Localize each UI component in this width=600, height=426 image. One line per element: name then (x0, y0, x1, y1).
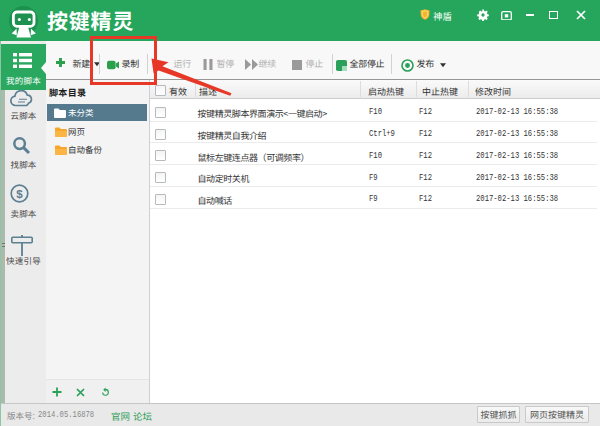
svg-text:$: $ (16, 188, 23, 200)
